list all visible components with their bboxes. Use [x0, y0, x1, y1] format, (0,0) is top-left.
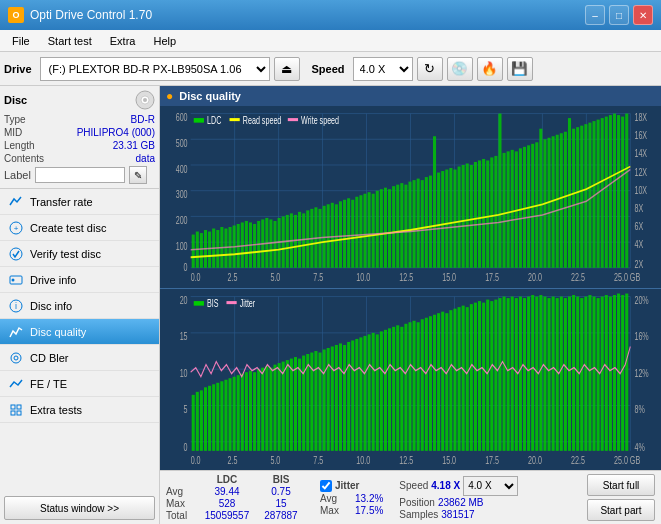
bis-header: BIS	[256, 474, 306, 485]
svg-point-5	[10, 248, 22, 260]
jitter-checkbox[interactable]	[320, 480, 332, 492]
svg-rect-267	[507, 298, 510, 451]
svg-rect-248	[429, 316, 432, 451]
label-edit-button[interactable]: ✎	[129, 166, 147, 184]
svg-rect-40	[216, 230, 219, 268]
svg-text:100: 100	[176, 240, 188, 252]
svg-text:Read speed: Read speed	[243, 115, 282, 127]
refresh-button[interactable]: ↻	[417, 57, 443, 81]
extra-tests-icon	[8, 402, 24, 418]
svg-rect-239	[392, 326, 395, 450]
svg-rect-257	[466, 307, 469, 451]
burn-button[interactable]: 🔥	[477, 57, 503, 81]
svg-rect-213	[286, 360, 289, 451]
svg-text:15: 15	[180, 331, 188, 343]
disc-label-input[interactable]	[35, 167, 125, 183]
svg-rect-231	[359, 337, 362, 450]
svg-rect-90	[421, 180, 424, 268]
svg-rect-109	[498, 114, 501, 268]
svg-rect-273	[531, 295, 534, 451]
svg-rect-71	[343, 200, 346, 268]
svg-rect-134	[601, 118, 604, 268]
menu-start-test[interactable]: Start test	[40, 33, 100, 49]
type-label: Type	[4, 114, 26, 125]
svg-text:7.5: 7.5	[313, 455, 323, 467]
sidebar-item-fe-te[interactable]: FE / TE	[0, 371, 159, 397]
save-button[interactable]: 💾	[507, 57, 533, 81]
svg-text:2.5: 2.5	[227, 455, 237, 467]
toolbar: Drive (F:) PLEXTOR BD-R PX-LB950SA 1.06 …	[0, 52, 661, 86]
svg-text:7.5: 7.5	[313, 272, 323, 284]
svg-rect-241	[400, 326, 403, 450]
svg-rect-106	[486, 160, 489, 267]
dq-title: Disc quality	[179, 90, 241, 102]
svg-rect-280	[560, 296, 563, 450]
app-title: Opti Drive Control 1.70	[30, 8, 152, 22]
svg-text:16%: 16%	[634, 331, 648, 343]
svg-rect-289	[597, 298, 600, 451]
svg-text:LDC: LDC	[207, 115, 222, 127]
svg-rect-283	[572, 295, 575, 451]
svg-text:5: 5	[184, 403, 188, 415]
svg-rect-230	[355, 338, 358, 450]
sidebar-item-drive-info[interactable]: Drive info	[0, 267, 159, 293]
start-full-button[interactable]: Start full	[587, 474, 655, 496]
sidebar-item-verify-test-disc[interactable]: Verify test disc	[0, 241, 159, 267]
close-button[interactable]: ✕	[633, 5, 653, 25]
sidebar-item-create-test-disc[interactable]: + Create test disc	[0, 215, 159, 241]
speed-select[interactable]: 4.0 X	[353, 57, 413, 81]
svg-rect-247	[425, 317, 428, 450]
svg-rect-196	[216, 382, 219, 450]
drive-select[interactable]: (F:) PLEXTOR BD-R PX-LB950SA 1.06	[40, 57, 270, 81]
svg-rect-276	[543, 296, 546, 450]
svg-rect-266	[503, 296, 506, 450]
svg-rect-197	[220, 381, 223, 451]
svg-rect-296	[625, 293, 628, 450]
menu-file[interactable]: File	[4, 33, 38, 49]
status-window-button[interactable]: Status window >>	[4, 496, 155, 520]
sidebar-item-transfer-rate[interactable]: Transfer rate	[0, 189, 159, 215]
svg-text:16X: 16X	[634, 130, 647, 142]
svg-rect-128	[576, 127, 579, 268]
menu-extra[interactable]: Extra	[102, 33, 144, 49]
start-part-button[interactable]: Start part	[587, 499, 655, 521]
jitter-avg-label: Avg	[320, 493, 352, 504]
svg-rect-265	[498, 298, 501, 451]
svg-text:20.0: 20.0	[528, 455, 542, 467]
menubar: File Start test Extra Help	[0, 30, 661, 52]
svg-text:12X: 12X	[634, 166, 647, 178]
sidebar-item-disc-info[interactable]: i Disc info	[0, 293, 159, 319]
svg-rect-98	[453, 170, 456, 268]
disc-icon-button[interactable]: 💿	[447, 57, 473, 81]
svg-rect-115	[523, 147, 526, 268]
svg-rect-138	[617, 115, 620, 268]
svg-rect-271	[523, 298, 526, 451]
minimize-button[interactable]: –	[585, 5, 605, 25]
menu-help[interactable]: Help	[145, 33, 184, 49]
svg-rect-211	[278, 363, 281, 451]
svg-rect-103	[474, 162, 477, 268]
svg-rect-73	[351, 200, 354, 268]
svg-rect-99	[458, 167, 461, 268]
svg-rect-254	[453, 308, 456, 450]
avg-label: Avg	[166, 486, 198, 497]
sidebar-item-cd-bler[interactable]: CD Bler	[0, 345, 159, 371]
svg-rect-86	[404, 185, 407, 268]
jitter-max: 17.5%	[355, 505, 383, 516]
speed-stat-select[interactable]: 4.0 X	[463, 476, 518, 496]
maximize-button[interactable]: □	[609, 5, 629, 25]
svg-text:Write speed: Write speed	[301, 115, 339, 127]
svg-text:5.0: 5.0	[270, 272, 280, 284]
sidebar-item-extra-tests[interactable]: Extra tests	[0, 397, 159, 423]
svg-text:18X: 18X	[634, 112, 647, 124]
svg-point-10	[11, 353, 21, 363]
svg-rect-252	[445, 313, 448, 451]
sidebar-item-disc-quality[interactable]: Disc quality	[0, 319, 159, 345]
transfer-rate-icon	[8, 194, 24, 210]
svg-rect-14	[11, 411, 15, 415]
svg-rect-236	[380, 331, 383, 450]
svg-rect-85	[400, 183, 403, 268]
samples-value: 381517	[441, 509, 474, 520]
eject-button[interactable]: ⏏	[274, 57, 300, 81]
svg-text:2X: 2X	[634, 258, 643, 270]
